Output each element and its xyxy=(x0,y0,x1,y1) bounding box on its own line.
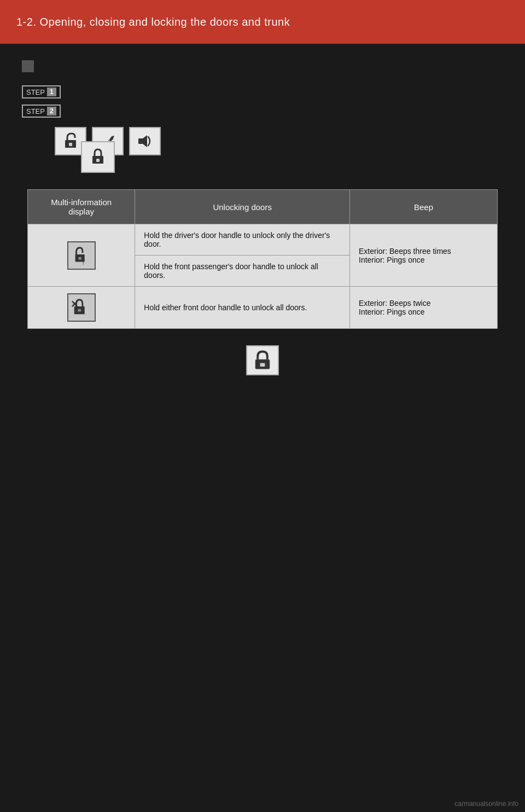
row1-display-icon: ! xyxy=(67,241,96,270)
step2-label: STEP xyxy=(26,107,45,115)
step2-num: 2 xyxy=(47,107,56,115)
lock-unlock-icon xyxy=(61,131,80,151)
svg-rect-11 xyxy=(78,309,81,312)
header-title: 1-2. Opening, closing and locking the do… xyxy=(16,16,290,28)
row2-display-icon xyxy=(67,293,96,322)
row2-lock-icon xyxy=(71,297,92,318)
svg-rect-3 xyxy=(138,138,143,144)
speaker-icon xyxy=(135,131,155,151)
speaker-icon-box xyxy=(129,127,161,155)
step2-badge: STEP 2 xyxy=(22,105,61,118)
lock-locked-icon-box xyxy=(81,141,115,173)
step1-container: STEP 1 xyxy=(22,85,503,101)
svg-rect-15 xyxy=(260,363,265,367)
svg-rect-8 xyxy=(78,257,81,259)
col1-header: Multi-information display xyxy=(28,190,135,224)
step1-badge: STEP 1 xyxy=(22,85,61,98)
lock-locked-icon xyxy=(88,147,108,167)
table-row-1a: ! Hold the driver's door handle to unloc… xyxy=(28,224,498,256)
svg-rect-1 xyxy=(69,143,72,146)
bottom-lock-icon xyxy=(250,349,275,373)
row2-unlocking: Hold either front door handle to unlock … xyxy=(135,287,350,329)
step1-label: STEP xyxy=(26,88,45,96)
row1-lock-icon: ! xyxy=(71,245,92,266)
bottom-lock-icon-box xyxy=(246,345,279,375)
info-table: Multi-information display Unlocking door… xyxy=(27,189,498,329)
watermark: carmanualsonline.info xyxy=(454,800,518,808)
svg-text:!: ! xyxy=(83,260,84,266)
table-row-2: Hold either front door handle to unlock … xyxy=(28,287,498,329)
step2-container: STEP 2 xyxy=(22,105,503,120)
step1-num: 1 xyxy=(47,88,56,96)
row1-icon-cell: ! xyxy=(28,224,135,287)
row2-beep: Exterior: Beeps twiceInterior: Pings onc… xyxy=(350,287,498,329)
row1b-unlocking: Hold the front passenger's door handle t… xyxy=(135,256,350,287)
col3-header: Beep xyxy=(350,190,498,224)
bottom-icon-area xyxy=(22,345,503,375)
section-indicator xyxy=(22,60,34,72)
svg-rect-6 xyxy=(96,159,100,162)
header-bar: 1-2. Opening, closing and locking the do… xyxy=(0,0,525,44)
col2-header: Unlocking doors xyxy=(135,190,350,224)
row1-beep: Exterior: Beeps three timesInterior: Pin… xyxy=(350,224,498,287)
svg-marker-4 xyxy=(143,135,147,147)
row2-icon-cell xyxy=(28,287,135,329)
row1a-unlocking: Hold the driver's door handle to unlock … xyxy=(135,224,350,256)
content-area: STEP 1 STEP 2 xyxy=(0,44,525,403)
